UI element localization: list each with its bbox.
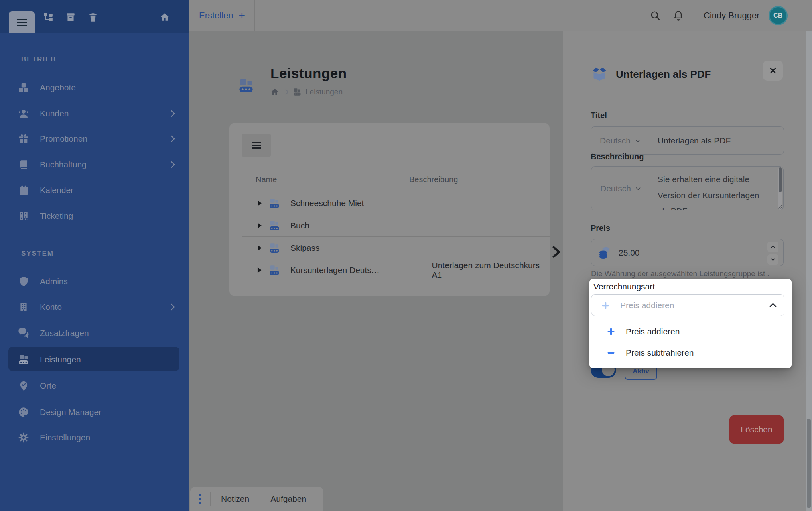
beschreibung-value: Sie erhalten eine digitale Version der K…: [658, 171, 773, 210]
sidebar-toggle-button[interactable]: [9, 11, 35, 33]
tree-view-icon[interactable]: [43, 12, 53, 22]
plus-icon: [601, 301, 610, 310]
textarea-scrollbar[interactable]: [778, 167, 782, 210]
search-icon[interactable]: [650, 10, 661, 21]
sidebar-item-admins[interactable]: Admins: [0, 273, 189, 289]
beschreibung-label: Beschreibung: [591, 152, 644, 161]
column-header-beschreibung[interactable]: Beschreibung: [409, 175, 458, 184]
minus-icon: [607, 348, 615, 357]
chevron-right-icon: [168, 304, 175, 311]
trash-icon[interactable]: [88, 12, 98, 22]
sidebar-item-buchhaltung[interactable]: Buchhaltung: [0, 157, 189, 173]
create-tab[interactable]: Erstellen +: [199, 0, 245, 31]
archive-icon[interactable]: [65, 12, 76, 22]
sidebar-section-system: SYSTEM: [21, 250, 54, 257]
home-icon[interactable]: [160, 12, 170, 22]
selected-value: Preis addieren: [620, 301, 674, 310]
chevron-down-icon: [635, 185, 641, 192]
leistungen-table: Name Beschreibung Schneeschuhe Miet Buch: [242, 167, 550, 281]
sidebar-item-angebote[interactable]: Angebote: [0, 80, 189, 96]
leistung-icon: [268, 220, 281, 232]
table-row[interactable]: Schneeschuhe Miet: [242, 192, 550, 214]
leistung-icon: [268, 242, 281, 254]
sidebar-item-zusatzfragen[interactable]: Zusatzfragen: [0, 325, 189, 341]
beschreibung-language-select[interactable]: Deutsch: [600, 184, 641, 193]
bottombar-kebab-menu[interactable]: [190, 487, 210, 511]
pin-check-icon: [18, 380, 30, 392]
preis-label: Preis: [591, 224, 610, 233]
expand-caret-icon[interactable]: [257, 222, 262, 229]
expand-caret-icon[interactable]: [257, 267, 262, 273]
sidebar-item-orte[interactable]: Orte: [0, 378, 189, 394]
calendar-icon: [18, 184, 30, 196]
main-content: Leistungen Leistungen Name Beschreibung …: [189, 31, 563, 511]
close-icon: [769, 67, 777, 75]
expand-caret-icon[interactable]: [257, 245, 262, 251]
stepper-down-button[interactable]: [767, 254, 778, 265]
breadcrumb-home-icon[interactable]: [270, 88, 279, 96]
drawer-title: Unterlagen als PDF: [616, 68, 711, 81]
table-menu-button[interactable]: [242, 134, 271, 157]
sidebar: BETRIEB Angebote Kunden Promotionen Buch…: [0, 0, 189, 511]
user-menu[interactable]: Cindy Brugger CB: [704, 0, 788, 31]
titel-language-select[interactable]: Deutsch: [600, 136, 641, 145]
conveyor-icon: [18, 354, 30, 366]
sidebar-item-kalender[interactable]: Kalender: [0, 182, 189, 198]
table-row[interactable]: Kursunterlagen Deuts… Unterlagen zum Deu…: [242, 259, 550, 281]
chevron-up-icon: [768, 301, 778, 310]
topbar-divider: [254, 0, 255, 31]
sidebar-header: [0, 0, 189, 33]
column-header-name[interactable]: Name: [256, 175, 409, 184]
titel-label: Titel: [591, 111, 607, 120]
coins-icon: [598, 246, 611, 260]
avatar: CB: [769, 6, 788, 25]
titel-input[interactable]: Deutsch Unterlagen als PDF: [591, 126, 784, 155]
titel-value: Unterlagen als PDF: [658, 136, 731, 145]
verrechnungsart-select[interactable]: Preis addieren: [591, 294, 784, 316]
building-icon: [18, 301, 30, 313]
plus-icon: +: [239, 9, 245, 22]
beschreibung-textarea[interactable]: Deutsch Sie erhalten eine digitale Versi…: [591, 166, 784, 210]
breadcrumb-separator-icon: [283, 89, 289, 95]
tab-notizen[interactable]: Notizen: [211, 487, 260, 511]
shield-icon: [18, 275, 30, 287]
drawer-scrollbar-thumb[interactable]: [807, 419, 811, 508]
sidebar-item-konto[interactable]: Konto: [0, 299, 189, 315]
sidebar-item-einstellungen[interactable]: Einstellungen: [0, 430, 189, 446]
sidebar-item-ticketing[interactable]: Ticketing: [0, 208, 189, 224]
breadcrumb-current[interactable]: Leistungen: [305, 88, 343, 96]
table-header-row: Name Beschreibung: [242, 167, 550, 192]
sidebar-item-design-manager[interactable]: Design Manager: [0, 404, 189, 420]
delete-button[interactable]: Löschen: [729, 415, 784, 444]
drawer-collapse-chevron[interactable]: [549, 245, 563, 263]
cubes-icon: [18, 82, 30, 94]
close-button[interactable]: [763, 61, 783, 81]
table-row[interactable]: Buch: [242, 214, 550, 237]
leistung-icon: [268, 264, 281, 276]
resize-handle-icon[interactable]: [778, 204, 782, 209]
verrechnungsart-field: Verrechnungsart Preis addieren Preis add…: [589, 279, 792, 368]
preis-input[interactable]: 25.00: [591, 239, 784, 266]
sidebar-item-kunden[interactable]: Kunden: [0, 106, 189, 122]
bell-icon[interactable]: [673, 10, 684, 21]
bottom-bar: Notizen Aufgaben: [190, 487, 323, 511]
option-preis-subtrahieren[interactable]: Preis subtrahieren: [591, 342, 784, 363]
chevron-up-icon: [770, 244, 776, 250]
tab-aufgaben[interactable]: Aufgaben: [260, 487, 317, 511]
stepper-up-button[interactable]: [767, 242, 778, 252]
user-name: Cindy Brugger: [704, 10, 760, 21]
drawer-scrollbar[interactable]: [806, 31, 812, 511]
preis-value: 25.00: [619, 248, 640, 257]
verrechnungsart-label: Verrechnungsart: [593, 282, 655, 291]
chevron-right-icon: [168, 161, 175, 168]
option-preis-addieren[interactable]: Preis addieren: [591, 321, 784, 342]
table-row[interactable]: Skipass: [242, 237, 550, 259]
expand-caret-icon[interactable]: [257, 200, 262, 206]
breadcrumb-leistungen-icon: [293, 88, 302, 96]
verrechnungsart-dropdown: Preis addieren Preis subtrahieren: [591, 316, 784, 368]
sidebar-item-promotionen[interactable]: Promotionen: [0, 131, 189, 147]
leistungen-page-icon: [237, 77, 255, 94]
chevron-right-icon: [168, 110, 175, 117]
users-icon: [18, 108, 30, 120]
sidebar-item-leistungen[interactable]: Leistungen: [0, 352, 189, 368]
